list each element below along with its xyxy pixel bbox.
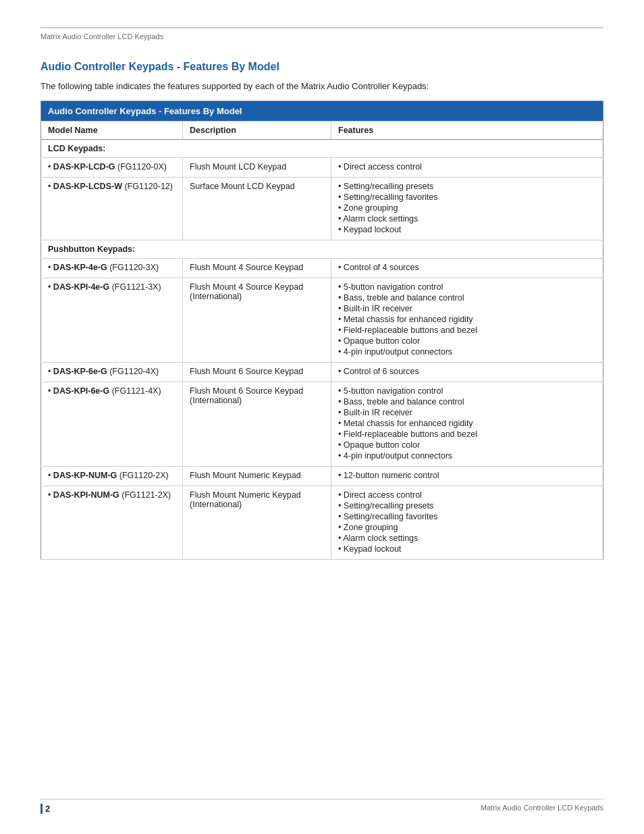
feature-item: • Setting/recalling presets [338,182,596,191]
model-cell: • DAS-KP-6e-G (FG1120-4X) [41,363,183,382]
feature-item: • 4-pin input/output connectors [338,347,596,357]
table-row: • DAS-KPI-6e-G (FG1121-4X) Flush Mount 6… [41,382,603,467]
features-cell: • Control of 6 sources [331,363,603,382]
feature-item: • 12-button numeric control [338,471,596,480]
model-name-bold: DAS-KPI-6e-G [53,386,109,396]
model-cell: • DAS-KPI-6e-G (FG1121-4X) [41,382,183,467]
feature-item: • Alarm clock settings [338,533,596,543]
features-cell: • Control of 4 sources [331,259,603,278]
section-label-lcd-cell: LCD Keypads: [41,140,603,158]
page-number: 2 [41,804,50,814]
feature-item: • 4-pin input/output connectors [338,451,596,461]
model-name-bold: DAS-KP-4e-G [53,263,107,272]
model-cell: • DAS-KP-4e-G (FG1120-3X) [41,259,183,278]
feature-item: • Field-replaceable buttons and bezel [338,325,596,335]
feature-item: • Alarm clock settings [338,214,596,224]
table-row: • DAS-KP-NUM-G (FG1120-2X) Flush Mount N… [41,467,603,486]
features-cell: • Direct access control • Setting/recall… [331,486,603,560]
header-bar: Matrix Audio Controller LCD Keypads [41,27,603,41]
feature-item: • Keypad lockout [338,225,596,234]
model-name-bold: DAS-KP-NUM-G [53,471,117,480]
col-headers-row: Model Name Description Features [41,122,603,140]
features-cell: • 12-button numeric control [331,467,603,486]
features-cell: • 5-button navigation control • Bass, tr… [331,278,603,363]
feature-item: • Zone grouping [338,523,596,532]
feature-item: • Direct access control [338,162,596,172]
intro-text: The following table indicates the featur… [41,81,603,91]
col-header-description: Description [183,122,331,140]
model-name-bold: DAS-KP-LCD-G [53,162,115,172]
feature-item: • Direct access control [338,490,596,500]
feature-item: • Control of 6 sources [338,367,596,376]
table-header-cell: Audio Controller Keypads - Features By M… [41,101,603,122]
feature-item: • Setting/recalling favorites [338,192,596,202]
model-cell: • DAS-KP-LCD-G (FG1120-0X) [41,158,183,178]
feature-item: • Metal chassis for enhanced rigidity [338,315,596,324]
model-cell: • DAS-KP-NUM-G (FG1120-2X) [41,467,183,486]
table-row: • DAS-KPI-NUM-G (FG1121-2X) Flush Mount … [41,486,603,560]
model-cell: • DAS-KPI-4e-G (FG1121-3X) [41,278,183,363]
table-row: • DAS-KP-4e-G (FG1120-3X) Flush Mount 4 … [41,259,603,278]
model-cell: • DAS-KPI-NUM-G (FG1121-2X) [41,486,183,560]
feature-item: • Bass, treble and balance control [338,293,596,303]
table-row: • DAS-KP-6e-G (FG1120-4X) Flush Mount 6 … [41,363,603,382]
model-name-bold: DAS-KPI-4e-G [53,282,109,292]
section-label-pushbutton-cell: Pushbutton Keypads: [41,240,603,259]
feature-item: • Opaque button color [338,440,596,450]
feature-item: • Metal chassis for enhanced rigidity [338,419,596,428]
header-text: Matrix Audio Controller LCD Keypads [41,32,163,41]
feature-item: • Built-in IR receiver [338,304,596,313]
table-row: • DAS-KP-LCDS-W (FG1120-12) Surface Moun… [41,178,603,240]
feature-item: • Control of 4 sources [338,263,596,272]
model-name-bold: DAS-KP-6e-G [53,367,107,376]
feature-item: • Zone grouping [338,203,596,213]
features-table: Audio Controller Keypads - Features By M… [41,101,603,560]
feature-item: • Bass, treble and balance control [338,397,596,407]
features-cell: • Setting/recalling presets • Setting/re… [331,178,603,240]
features-cell: • Direct access control [331,158,603,178]
col-header-features: Features [331,122,603,140]
section-label-pushbutton: Pushbutton Keypads: [41,240,603,259]
model-name-bold: DAS-KPI-NUM-G [53,490,119,500]
description-cell: Surface Mount LCD Keypad [183,178,331,240]
feature-item: • Keypad lockout [338,544,596,554]
footer-left: 2 [41,804,50,814]
description-cell: Flush Mount 4 Source Keypad (Internation… [183,278,331,363]
feature-item: • Setting/recalling favorites [338,512,596,521]
feature-item: • Opaque button color [338,336,596,346]
model-name-bold: DAS-KP-LCDS-W [53,182,122,191]
feature-item: • 5-button navigation control [338,386,596,396]
table-row: • DAS-KPI-4e-G (FG1121-3X) Flush Mount 4… [41,278,603,363]
footer-bar: 2 Matrix Audio Controller LCD Keypads [41,799,603,814]
col-header-model: Model Name [41,122,183,140]
section-label-lcd: LCD Keypads: [41,140,603,158]
description-cell: Flush Mount 6 Source Keypad (Internation… [183,382,331,467]
feature-item: • Setting/recalling presets [338,501,596,511]
feature-item: • 5-button navigation control [338,282,596,292]
table-row: • DAS-KP-LCD-G (FG1120-0X) Flush Mount L… [41,158,603,178]
model-cell: • DAS-KP-LCDS-W (FG1120-12) [41,178,183,240]
description-cell: Flush Mount LCD Keypad [183,158,331,178]
description-cell: Flush Mount 6 Source Keypad [183,363,331,382]
description-cell: Flush Mount Numeric Keypad (Internationa… [183,486,331,560]
description-cell: Flush Mount Numeric Keypad [183,467,331,486]
footer-right-text: Matrix Audio Controller LCD Keypads [481,804,603,814]
table-header-row: Audio Controller Keypads - Features By M… [41,101,603,122]
features-cell: • 5-button navigation control • Bass, tr… [331,382,603,467]
feature-item: • Field-replaceable buttons and bezel [338,429,596,439]
section-title: Audio Controller Keypads - Features By M… [41,61,603,73]
description-cell: Flush Mount 4 Source Keypad [183,259,331,278]
feature-item: • Built-in IR receiver [338,408,596,417]
